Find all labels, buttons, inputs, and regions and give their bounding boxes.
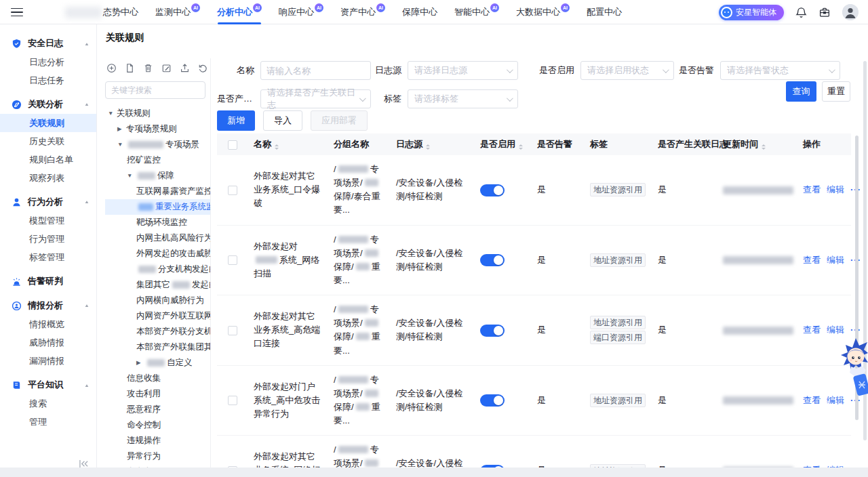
- sidebar-group-header[interactable]: 安全日志▲: [0, 34, 96, 53]
- tree-item[interactable]: 恶意程序: [105, 402, 210, 417]
- tag-badge: 地址资源引用: [590, 183, 646, 196]
- nav-item[interactable]: 态势中心: [103, 0, 138, 24]
- sidebar-group-header[interactable]: 情报分析▲: [0, 296, 96, 315]
- mascot-assistant[interactable]: [836, 337, 868, 399]
- tree-item[interactable]: 命令控制: [105, 417, 210, 433]
- sidebar-item-管理[interactable]: 管理: [0, 413, 96, 431]
- sidebar-item-搜索[interactable]: 搜索: [0, 394, 96, 413]
- col-name[interactable]: 名称: [248, 133, 328, 155]
- tree-item[interactable]: 重要业务系统监控: [105, 199, 210, 215]
- sidebar-item-情报概览[interactable]: 情报概览: [0, 315, 96, 333]
- view-link[interactable]: 查看: [803, 325, 821, 335]
- add-circle-icon[interactable]: [106, 63, 117, 73]
- name-filter-input[interactable]: [260, 61, 371, 80]
- tree-search-input[interactable]: [105, 81, 205, 99]
- nav-item[interactable]: 保障中心: [402, 0, 437, 24]
- alarm-select[interactable]: 请选择告警状态: [720, 61, 840, 80]
- query-button[interactable]: 查询: [786, 81, 816, 102]
- row-checkbox[interactable]: [228, 186, 237, 195]
- sidebar-item-标签管理[interactable]: 标签管理: [0, 248, 96, 266]
- view-link[interactable]: 查看: [803, 184, 821, 194]
- tree-item[interactable]: 本部资产外联集团其...: [105, 339, 210, 355]
- row-checkbox[interactable]: [228, 326, 237, 335]
- new-file-icon[interactable]: [125, 63, 135, 73]
- nav-item[interactable]: 监测中心AI: [155, 0, 200, 24]
- bell-icon[interactable]: [795, 7, 807, 18]
- edit-icon[interactable]: [161, 63, 172, 73]
- sidebar-item-模型管理[interactable]: 模型管理: [0, 211, 96, 230]
- logsource-select[interactable]: 请选择日志源: [408, 61, 518, 80]
- row-checkbox[interactable]: [228, 255, 237, 265]
- nav-item[interactable]: 响应中心AI: [279, 0, 323, 24]
- sidebar-item-威胁情报[interactable]: 威胁情报: [0, 333, 96, 352]
- sidebar-item-行为管理[interactable]: 行为管理: [0, 230, 96, 248]
- col-updated[interactable]: 更新时间: [717, 133, 797, 155]
- enabled-toggle[interactable]: [480, 254, 505, 266]
- edit-link[interactable]: 编辑: [827, 255, 844, 265]
- delete-icon[interactable]: [143, 63, 153, 73]
- toolbox-icon[interactable]: [818, 7, 831, 18]
- col-enabled[interactable]: 是否启用: [475, 133, 532, 155]
- sidebar-item-日志任务[interactable]: 日志任务: [0, 71, 96, 89]
- produce-select[interactable]: 请选择是否产生关联日志: [260, 89, 371, 108]
- reset-button[interactable]: 重置: [822, 81, 850, 102]
- tree-item[interactable]: 靶场环境监控: [105, 215, 210, 230]
- sidebar-item-漏洞情报[interactable]: 漏洞情报: [0, 352, 96, 370]
- view-link[interactable]: 查看: [803, 395, 821, 405]
- nav-item[interactable]: 配置中心: [587, 0, 622, 24]
- nav-item[interactable]: 资产中心AI: [340, 0, 385, 24]
- col-logsource[interactable]: 日志源: [391, 133, 475, 155]
- enabled-toggle[interactable]: [480, 394, 505, 407]
- tree-item[interactable]: 分支机构发起的...: [105, 262, 210, 277]
- sidebar-group-header[interactable]: 平台知识▲: [0, 375, 96, 394]
- tree-item[interactable]: ▶专项场景规则: [105, 121, 210, 137]
- sidebar-group-header[interactable]: 关联分析▲: [0, 95, 96, 114]
- tree-item[interactable]: 信息收集: [105, 371, 210, 386]
- tree-item-label: 集团其它: [136, 279, 170, 291]
- sidebar-item-规则白名单[interactable]: 规则白名单: [0, 150, 96, 169]
- edit-link[interactable]: 编辑: [827, 184, 844, 194]
- tree-item[interactable]: 违规操作: [105, 433, 210, 449]
- user-avatar[interactable]: [842, 4, 859, 20]
- add-button[interactable]: 新增: [217, 110, 255, 131]
- row-checkbox[interactable]: [228, 396, 237, 405]
- tree-item[interactable]: 集团其它发起的...: [105, 277, 210, 293]
- tree-item[interactable]: 挖矿监控: [105, 152, 210, 168]
- tree-item-label: 关联规则: [117, 108, 151, 119]
- sidebar-item-关联规则[interactable]: 关联规则: [0, 114, 96, 132]
- tree-item[interactable]: 外网发起的攻击威胁: [105, 246, 210, 262]
- tree-item[interactable]: 攻击利用: [105, 386, 210, 402]
- sidebar-item-历史关联[interactable]: 历史关联: [0, 132, 96, 150]
- ai-assistant-button[interactable]: 安星智能体: [719, 5, 784, 20]
- menu-toggle-icon[interactable]: [11, 6, 23, 18]
- tree-item[interactable]: 互联网暴露资产监控: [105, 184, 210, 199]
- select-all-checkbox[interactable]: [228, 140, 237, 150]
- enabled-select[interactable]: 请选择启用状态: [580, 61, 674, 80]
- sidebar-group-header[interactable]: 告警研判: [0, 272, 96, 291]
- redacted-text: [338, 236, 368, 243]
- nav-item[interactable]: 智能中心AI: [454, 0, 499, 24]
- tree-item[interactable]: ▼关联规则: [105, 106, 210, 121]
- tree-item[interactable]: 内网横向威胁行为: [105, 293, 210, 308]
- name-filter-label: 名称: [217, 64, 260, 77]
- tree-item[interactable]: ▶自定义: [105, 355, 210, 371]
- view-link[interactable]: 查看: [803, 255, 821, 265]
- nav-item[interactable]: 大数据中心AI: [516, 0, 570, 24]
- undo-icon[interactable]: [198, 63, 208, 73]
- sidebar-group-header[interactable]: 行为分析▲: [0, 192, 96, 211]
- export-icon[interactable]: [180, 63, 190, 73]
- edit-link[interactable]: 编辑: [827, 325, 844, 335]
- tree-item[interactable]: ▼专项场景: [105, 137, 210, 152]
- tree-item[interactable]: 内网资产外联互联网...: [105, 308, 210, 324]
- enabled-toggle[interactable]: [480, 325, 505, 337]
- nav-item[interactable]: 分析中心AI: [217, 0, 262, 24]
- tree-item[interactable]: 本部资产外联分支机...: [105, 324, 210, 339]
- import-button[interactable]: 导入: [263, 110, 302, 131]
- tree-item[interactable]: 异常行为: [105, 449, 210, 464]
- tree-item[interactable]: ▼保障: [105, 168, 210, 184]
- sidebar-item-观察列表[interactable]: 观察列表: [0, 169, 96, 187]
- enabled-toggle[interactable]: [480, 184, 505, 196]
- tag-select[interactable]: 请选择标签: [408, 89, 518, 108]
- sidebar-item-日志分析[interactable]: 日志分析: [0, 53, 96, 71]
- tree-item[interactable]: 内网主机高风险行为...: [105, 230, 210, 246]
